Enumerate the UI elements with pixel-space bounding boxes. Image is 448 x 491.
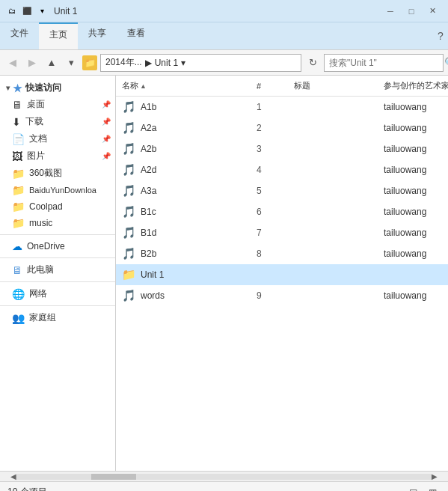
h-scroll-left-btn[interactable]: ◀ — [10, 472, 16, 481]
sort-arrow-icon: ▲ — [140, 82, 147, 90]
file-name-text: B1c — [141, 207, 156, 217]
search-box[interactable]: 🔍 — [324, 54, 444, 72]
file-artist-cell: tailuowang — [378, 142, 448, 156]
help-button[interactable]: ? — [433, 22, 448, 49]
pin-icon: 📌 — [102, 100, 111, 109]
file-name-cell: 📁 Unit 1 — [116, 266, 251, 283]
grid-view-button[interactable]: ▦ — [424, 484, 441, 492]
sidebar-label-onedrive: OneDrive — [27, 241, 65, 251]
file-artist-cell: tailuowang — [378, 100, 448, 114]
sidebar-item-music[interactable]: 📁 music — [0, 215, 115, 231]
close-button[interactable]: ✕ — [423, 4, 442, 19]
sidebar-item-coolpad[interactable]: 📁 Coolpad — [0, 198, 115, 215]
table-row[interactable]: 🎵 words 9 tailuowang — [116, 285, 448, 306]
table-row[interactable]: 🎵 B1c 6 tailuowang — [116, 201, 448, 222]
col-header-name[interactable]: 名称 ▲ — [116, 77, 251, 94]
down-chevron-button[interactable]: ▾ — [63, 55, 79, 71]
file-artist-cell: tailuowang — [378, 289, 448, 302]
file-title-cell — [288, 231, 378, 234]
search-input[interactable] — [329, 58, 441, 68]
file-name-text: Unit 1 — [141, 269, 164, 280]
sidebar-item-baidu[interactable]: 📁 BaiduYunDownloa — [0, 182, 115, 198]
folder-icon: 📁 — [122, 268, 136, 281]
file-title-cell — [288, 294, 378, 297]
file-title-cell — [288, 273, 378, 276]
file-title-cell — [288, 210, 378, 213]
sidebar-item-onedrive[interactable]: ☁ OneDrive — [0, 238, 115, 254]
minimize-button[interactable]: ─ — [381, 4, 400, 19]
table-row[interactable]: 🎵 A3a 5 tailuowang — [116, 180, 448, 201]
up-button[interactable]: ▲ — [43, 55, 60, 71]
ribbon: 文件 主页 共享 查看 ? — [0, 22, 448, 50]
forward-button[interactable]: ▶ — [24, 55, 40, 71]
sidebar-label-downloads: 下载 — [25, 115, 43, 128]
music-file-icon: 🎵 — [122, 205, 136, 219]
file-artist-cell: tailuowang — [378, 163, 448, 177]
file-name-cell: 🎵 A3a — [116, 183, 251, 199]
title-bar: 🗂 ⬛ ▾ Unit 1 ─ □ ✕ — [0, 0, 448, 22]
file-num-cell: 6 — [251, 205, 288, 219]
col-header-title[interactable]: 标题 — [288, 77, 378, 94]
file-artist-cell: tailuowang — [378, 226, 448, 240]
window-title: Unit 1 — [54, 6, 381, 16]
h-scroll-track[interactable] — [16, 474, 432, 480]
sidebar-label-pictures: 图片 — [27, 150, 45, 162]
music-file-icon: 🎵 — [122, 121, 136, 135]
file-list-header: 名称 ▲ # 标题 参与创作的艺术家 — [116, 76, 448, 97]
tab-view[interactable]: 查看 — [117, 22, 156, 49]
folder-path-icon: 📁 — [82, 55, 97, 70]
breadcrumb-parent: 2014年... — [105, 56, 142, 69]
col-header-num[interactable]: # — [251, 77, 288, 94]
table-row[interactable]: 🎵 A2b 3 tailuowang — [116, 138, 448, 159]
h-scroll-right-btn[interactable]: ▶ — [432, 472, 438, 481]
sidebar-divider-2 — [0, 257, 115, 258]
search-icon[interactable]: 🔍 — [444, 57, 448, 68]
breadcrumb-box[interactable]: 2014年... ▶ Unit 1 ▾ — [100, 54, 301, 72]
sidebar-item-thispc[interactable]: 🖥 此电脑 — [0, 261, 115, 278]
breadcrumb-end-chevron: ▾ — [181, 58, 185, 68]
col-header-artist[interactable]: 参与创作的艺术家 — [378, 77, 448, 94]
sidebar-item-desktop[interactable]: 🖥 桌面 📌 — [0, 96, 115, 113]
table-row[interactable]: 🎵 A1b 1 tailuowang — [116, 97, 448, 118]
tab-home[interactable]: 主页 — [39, 22, 78, 49]
file-num-cell: 5 — [251, 184, 288, 198]
sidebar-item-360[interactable]: 📁 360截图 — [0, 165, 115, 182]
downloads-icon: ⬇ — [12, 116, 21, 128]
tab-file[interactable]: 文件 — [0, 22, 39, 49]
sidebar-divider-3 — [0, 281, 115, 282]
sidebar-item-pictures[interactable]: 🖼 图片 📌 — [0, 147, 115, 165]
breadcrumb-separator: ▶ — [145, 58, 152, 68]
quick-access-label: 快速访问 — [25, 82, 61, 94]
table-row[interactable]: 🎵 B2b 8 tailuowang — [116, 243, 448, 264]
dropdown-icon[interactable]: ▾ — [36, 5, 48, 17]
file-name-text: A3a — [141, 186, 156, 196]
table-row[interactable]: 📁 Unit 1 — [116, 264, 448, 285]
file-name-cell: 🎵 A2b — [116, 141, 251, 157]
sidebar-item-downloads[interactable]: ⬇ 下载 📌 — [0, 113, 115, 130]
table-row[interactable]: 🎵 B1d 7 tailuowang — [116, 222, 448, 243]
h-scroll-thumb[interactable] — [91, 474, 136, 480]
quick-access-header[interactable]: ▾ ★ 快速访问 — [0, 79, 115, 96]
file-num-cell: 9 — [251, 289, 288, 302]
file-num-cell: 2 — [251, 121, 288, 135]
tab-share[interactable]: 共享 — [78, 22, 117, 49]
sidebar-item-documents[interactable]: 📄 文档 📌 — [0, 130, 115, 147]
file-list: 🎵 A1b 1 tailuowang 🎵 A2a 2 tailuowang 🎵 … — [116, 97, 448, 471]
sidebar-label-documents: 文档 — [29, 132, 47, 145]
maximize-button[interactable]: □ — [402, 4, 421, 19]
folder-icon-360: 📁 — [12, 168, 25, 180]
table-row[interactable]: 🎵 A2d 4 tailuowang — [116, 159, 448, 180]
file-num-cell: 1 — [251, 100, 288, 114]
table-row[interactable]: 🎵 A2a 2 tailuowang — [116, 118, 448, 138]
refresh-button[interactable]: ↻ — [304, 55, 321, 71]
file-num-cell: 7 — [251, 226, 288, 240]
homegroup-icon: 👥 — [12, 312, 25, 324]
ribbon-tabs: 文件 主页 共享 查看 ? — [0, 22, 448, 49]
back-button[interactable]: ◀ — [4, 55, 21, 71]
file-title-cell — [288, 106, 378, 109]
sidebar-item-network[interactable]: 🌐 网络 — [0, 285, 115, 302]
file-name-text: A2d — [141, 165, 156, 175]
list-view-button[interactable]: ▤ — [405, 484, 421, 492]
file-title-cell — [288, 147, 378, 150]
sidebar-item-homegroup[interactable]: 👥 家庭组 — [0, 309, 115, 326]
